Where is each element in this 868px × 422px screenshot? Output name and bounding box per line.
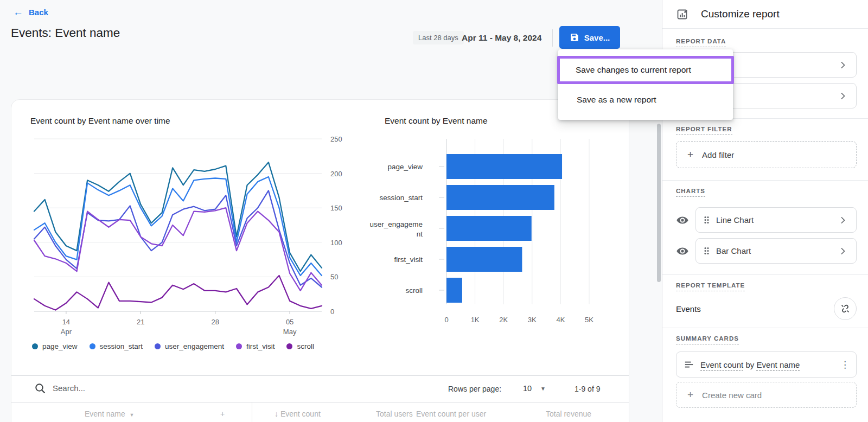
legend-item-session_start[interactable]: session_start <box>90 342 143 350</box>
panel-header: Customize report <box>662 0 868 28</box>
back-label: Back <box>29 8 48 17</box>
customize-report-icon <box>676 8 689 21</box>
menu-item-save-as-new[interactable]: Save as a new report <box>558 87 733 112</box>
date-preset-chip[interactable]: Last 28 days <box>413 31 464 44</box>
divider <box>552 29 553 47</box>
report-template-row: Events <box>676 296 857 321</box>
line-chart-title: Event count by Event name over time <box>30 116 170 126</box>
kebab-menu-icon[interactable]: ⋮ <box>840 359 850 370</box>
section-label-report-filter: REPORT FILTER <box>676 126 732 135</box>
chevron-right-icon <box>838 246 848 257</box>
legend-dot <box>286 343 292 349</box>
column-header-total-users[interactable]: Total users <box>376 410 413 418</box>
rows-per-page-select[interactable]: 10 <box>523 384 532 393</box>
plus-icon: + <box>687 149 693 161</box>
column-header-event-count[interactable]: ↓ Event count <box>275 410 321 418</box>
divider <box>662 180 868 181</box>
svg-text:28: 28 <box>211 318 219 326</box>
legend-dot <box>236 343 242 349</box>
sort-descending-icon: ↓ <box>275 410 278 418</box>
drag-handle-icon[interactable] <box>704 246 710 255</box>
summary-card-label: Event count by Event name <box>700 360 834 369</box>
chevron-right-icon <box>838 215 848 226</box>
chart-row-bar: Bar Chart <box>676 238 857 264</box>
divider <box>252 402 252 422</box>
save-icon <box>570 33 579 42</box>
add-filter-button[interactable]: + Add filter <box>676 141 857 168</box>
divider <box>662 28 868 29</box>
plus-icon: + <box>687 389 693 401</box>
svg-text:page_view: page_view <box>387 163 423 171</box>
create-new-card-button[interactable]: + Create new card <box>676 382 857 408</box>
legend-item-scroll[interactable]: scroll <box>286 342 314 350</box>
back-link[interactable]: ← Back <box>13 7 48 17</box>
save-button-label: Save... <box>584 33 610 42</box>
bar-chart-title: Event count by Event name <box>385 116 488 126</box>
chart-legend: page_viewsession_startuser_engagementfir… <box>32 342 314 350</box>
svg-text:nt: nt <box>417 230 423 238</box>
legend-item-page_view[interactable]: page_view <box>32 342 78 350</box>
chevron-right-icon <box>838 91 848 101</box>
legend-item-first_visit[interactable]: first_visit <box>236 342 275 350</box>
caret-down-icon: ▼ <box>130 412 135 418</box>
column-header-event-name[interactable]: Event name ▼ <box>85 410 134 418</box>
panel-title: Customize report <box>701 8 780 20</box>
rows-per-page-label: Rows per page: <box>448 385 501 393</box>
svg-text:3K: 3K <box>528 316 537 324</box>
svg-text:05: 05 <box>286 318 293 326</box>
legend-dot <box>90 343 95 349</box>
divider <box>662 274 868 275</box>
svg-text:first_visit: first_visit <box>394 255 423 264</box>
unlink-icon <box>839 303 851 315</box>
svg-text:May: May <box>283 328 297 336</box>
column-header-event-count-per-user[interactable]: Event count per user <box>416 410 486 418</box>
svg-text:1K: 1K <box>471 316 480 324</box>
visibility-eye-icon[interactable] <box>676 245 689 258</box>
line-chart-card[interactable]: Line Chart <box>695 207 857 233</box>
caret-down-icon[interactable]: ▼ <box>540 386 546 392</box>
save-button[interactable]: Save... <box>559 26 620 49</box>
summary-card-event-count[interactable]: Event count by Event name ⋮ <box>676 351 857 378</box>
scrollbar-thumb[interactable] <box>657 124 661 282</box>
pagination-status: 1-9 of 9 <box>575 385 600 393</box>
date-range-picker[interactable]: Apr 11 - May 8, 2024 <box>462 33 541 43</box>
report-card: Event count by Event name over time Even… <box>11 99 629 422</box>
drag-handle-icon[interactable] <box>704 215 710 225</box>
svg-text:0: 0 <box>330 308 334 316</box>
svg-text:Apr: Apr <box>61 328 72 336</box>
page-title: Events: Event name <box>11 26 120 40</box>
search-input[interactable]: Search... <box>53 383 85 393</box>
column-header-total-revenue[interactable]: Total revenue <box>546 410 591 418</box>
svg-text:scroll: scroll <box>405 286 423 295</box>
legend-dot <box>155 343 161 349</box>
legend-item-user_engagement[interactable]: user_engagement <box>155 342 224 350</box>
bar-chart-card[interactable]: Bar Chart <box>695 238 857 264</box>
menu-item-save-changes[interactable]: Save changes to current report <box>557 56 734 84</box>
chevron-right-icon <box>838 60 848 71</box>
save-dropdown-menu: Save changes to current report Save as a… <box>558 49 733 120</box>
table-toolbar: Search... Rows per page: 10 ▼ 1-9 of 9 <box>11 376 629 402</box>
chart-row-line: Line Chart <box>676 207 857 233</box>
line-chart[interactable]: 05010015020025014Apr212805May <box>27 127 352 338</box>
svg-text:100: 100 <box>330 239 342 247</box>
add-column-button[interactable]: + <box>220 410 225 418</box>
section-label-charts: CHARTS <box>676 188 705 197</box>
section-label-summary-cards: SUMMARY CARDS <box>676 335 739 344</box>
divider <box>662 328 868 328</box>
summary-card-icon <box>684 360 694 369</box>
section-label-report-template: REPORT TEMPLATE <box>676 282 745 291</box>
search-icon[interactable] <box>34 382 46 394</box>
svg-text:250: 250 <box>330 135 342 143</box>
svg-text:50: 50 <box>330 273 338 281</box>
svg-text:user_engageme: user_engageme <box>369 220 423 228</box>
svg-text:4K: 4K <box>556 316 565 324</box>
unlink-template-button[interactable] <box>834 297 857 320</box>
svg-text:14: 14 <box>62 318 70 326</box>
visibility-eye-icon[interactable] <box>676 214 689 227</box>
svg-text:5K: 5K <box>585 316 593 324</box>
svg-text:21: 21 <box>137 318 144 326</box>
svg-text:200: 200 <box>330 170 342 178</box>
svg-text:session_start: session_start <box>379 194 423 202</box>
bar-chart[interactable]: 01K2K3K4K5Kpage_viewsession_startuser_en… <box>369 127 624 333</box>
legend-dot <box>32 343 38 349</box>
